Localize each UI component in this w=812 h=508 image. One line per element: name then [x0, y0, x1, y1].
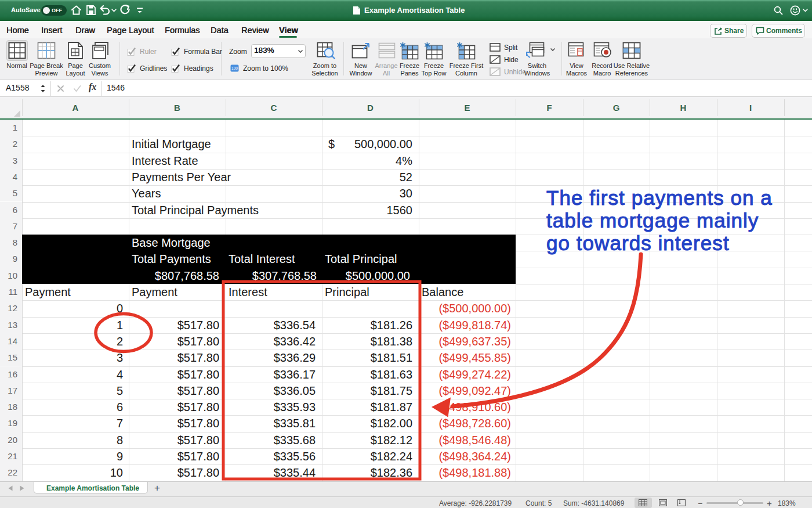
- svg-text:100: 100: [231, 66, 238, 70]
